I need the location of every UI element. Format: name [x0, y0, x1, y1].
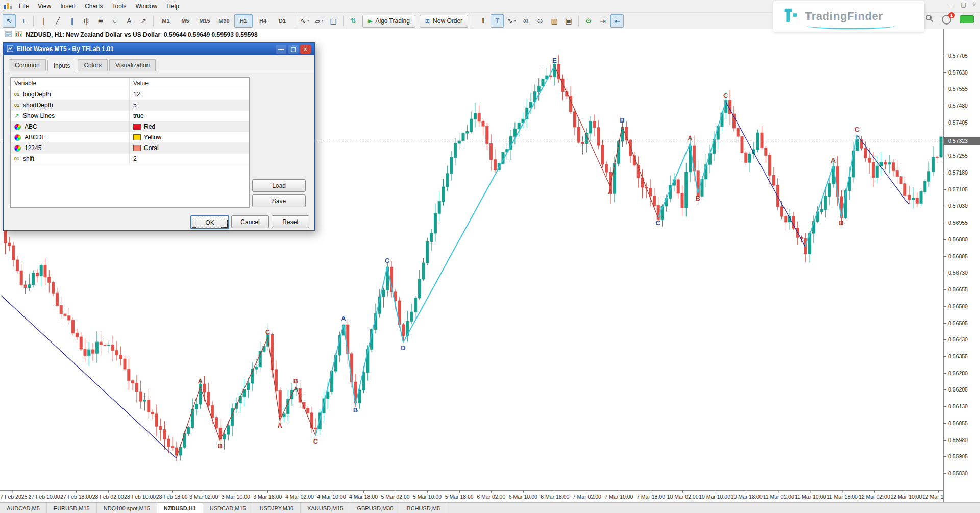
toolbar-right-icons: 1	[925, 14, 974, 25]
cursor-tool[interactable]: ↖	[3, 14, 16, 28]
dialog-tab-visualization[interactable]: Visualization	[109, 59, 156, 71]
ok-button[interactable]: OK	[190, 215, 229, 229]
settings-button[interactable]: ⚙	[582, 14, 595, 28]
step-forward-button[interactable]: ⇥	[596, 14, 609, 28]
table-row[interactable]: 12345Coral	[11, 143, 249, 154]
algo-trading-button[interactable]: ▶Algo Trading	[362, 15, 415, 28]
timeframe-d1[interactable]: D1	[273, 14, 291, 28]
chart-list-icon	[5, 31, 12, 38]
menu-insert[interactable]: Insert	[56, 1, 80, 11]
value-cell[interactable]: Red	[130, 123, 249, 130]
dialog-icon	[7, 45, 13, 53]
menu-tools[interactable]: Tools	[108, 1, 131, 11]
zoom-in-button[interactable]: ⊕	[519, 14, 532, 28]
cancel-button[interactable]: Cancel	[231, 215, 269, 228]
line-chart-button[interactable]: ∿▾	[505, 14, 518, 28]
grid-button[interactable]: ▦	[548, 14, 561, 28]
color-swatch	[133, 124, 141, 130]
search-icon[interactable]	[925, 14, 934, 25]
bid-price-badge: 0.57323	[944, 137, 980, 145]
timeframe-m1[interactable]: M1	[157, 14, 175, 28]
vertical-line-tool[interactable]: ∣	[37, 14, 50, 28]
symbol-tab-usdjpy-m30[interactable]: USDJPY,M30	[253, 503, 301, 513]
symbol-tab-nzdusd-h1[interactable]: NZDUSD,H1	[157, 503, 203, 513]
timeframe-h1[interactable]: H1	[234, 14, 253, 28]
menu-charts[interactable]: Charts	[80, 1, 107, 11]
crosshair-tool[interactable]: +	[17, 14, 30, 28]
candlestick-chart-button[interactable]: ⌶	[491, 14, 504, 28]
equidistant-channel-tool[interactable]: ∥	[65, 14, 79, 28]
dialog-tab-colors[interactable]: Colors	[78, 59, 108, 71]
value-cell[interactable]: 2	[130, 155, 249, 162]
time-axis[interactable]: 27 Feb 202527 Feb 10:0027 Feb 18:0028 Fe…	[0, 490, 943, 503]
elliot-waves-dialog[interactable]: Elliot Waves MT5 - By TFLab 1.01 — ▢ × C…	[3, 42, 315, 231]
notifications-icon[interactable]: 1	[942, 15, 951, 25]
dialog-minimize-button[interactable]: —	[276, 45, 286, 54]
variable-name: shortDepth	[23, 102, 53, 109]
table-row[interactable]: 01shift2	[11, 154, 249, 164]
value-cell[interactable]: true	[130, 112, 249, 119]
tick-chart-button[interactable]: ⇅	[347, 14, 360, 28]
fibonacci-retracement-tool[interactable]: ≣	[94, 14, 107, 28]
symbol-tab-bchusd-m5[interactable]: BCHUSD,M5	[400, 503, 447, 513]
auto-scroll-button[interactable]: ⇤	[610, 14, 624, 28]
dialog-tab-common[interactable]: Common	[9, 59, 46, 71]
timeframe-m30[interactable]: M30	[215, 14, 233, 28]
templates-combo[interactable]: ▱▾	[312, 14, 326, 28]
wave-label-a: A	[608, 188, 613, 196]
time-tick: 4 Mar 18:00	[349, 494, 378, 500]
price-tick: 0.56880	[948, 236, 968, 242]
window-minimize-button[interactable]: —	[948, 1, 954, 8]
symbol-tab-gbpusd-m30[interactable]: GBPUSD,M30	[350, 503, 400, 513]
variable-name: ABC	[24, 123, 37, 130]
timeframe-m15[interactable]: M15	[195, 14, 214, 28]
dialog-maximize-button[interactable]: ▢	[288, 45, 299, 54]
timeframe-h4[interactable]: H4	[254, 14, 272, 28]
trendline-tool[interactable]: ╱	[51, 14, 64, 28]
symbol-tab-usdcad-m15[interactable]: USDCAD,M15	[203, 503, 253, 513]
andrews-pitchfork-tool[interactable]: ψ	[80, 14, 93, 28]
arrows-tool[interactable]: ↗	[137, 14, 150, 28]
dialog-close-button[interactable]: ×	[300, 45, 311, 54]
profiles-folder-button[interactable]: ▤	[327, 14, 340, 28]
bar-chart-button[interactable]: ‖	[476, 14, 489, 28]
zoom-out-button[interactable]: ⊖	[533, 14, 547, 28]
screenshot-button[interactable]: ▣	[562, 14, 575, 28]
reset-button[interactable]: Reset	[272, 215, 309, 228]
symbol-tab-xauusd-m15[interactable]: XAUUSD,M15	[301, 503, 350, 513]
table-row[interactable]: ABCDEYellow	[11, 132, 249, 143]
timeframe-m5[interactable]: M5	[176, 14, 194, 28]
save-button[interactable]: Save	[252, 194, 306, 207]
window-close-button[interactable]: ×	[972, 1, 976, 8]
text-tool[interactable]: A	[122, 14, 136, 28]
table-row[interactable]: 01longDepth12	[11, 89, 249, 100]
load-button[interactable]: Load	[252, 179, 306, 192]
menu-window[interactable]: Window	[131, 1, 162, 11]
inputs-table[interactable]: VariableValue01longDepth1201shortDepth5↗…	[10, 77, 250, 208]
symbol-tab-eurusd-m15[interactable]: EURUSD,M15	[47, 503, 97, 513]
table-row[interactable]: 01shortDepth5	[11, 100, 249, 111]
value-cell[interactable]: Coral	[130, 144, 249, 152]
table-row[interactable]: ABCRed	[11, 121, 249, 132]
table-row[interactable]: ↗Show Linestrue	[11, 111, 249, 121]
dialog-title-bar[interactable]: Elliot Waves MT5 - By TFLab 1.01 — ▢ ×	[4, 43, 314, 55]
price-axis[interactable]: 0.577050.576300.575550.574800.574050.573…	[943, 29, 980, 502]
toolbar-separator	[33, 16, 34, 26]
price-tick: 0.57405	[948, 119, 968, 126]
time-tick: 7 Mar 02:00	[573, 494, 601, 500]
indicators-combo[interactable]: ∿▾	[298, 14, 311, 28]
shapes-tool[interactable]: ○	[108, 14, 121, 28]
variable-cell: ↗Show Lines	[11, 111, 130, 121]
value-cell[interactable]: Yellow	[130, 134, 249, 141]
window-maximize-button[interactable]: ▢	[961, 1, 966, 8]
new-order-button[interactable]: ⊞New Order	[420, 15, 468, 28]
value-cell[interactable]: 5	[130, 102, 249, 109]
price-tick: 0.55830	[948, 470, 968, 476]
menu-view[interactable]: View	[33, 1, 56, 11]
dialog-tab-inputs[interactable]: Inputs	[47, 60, 77, 71]
menu-file[interactable]: File	[14, 1, 33, 11]
menu-help[interactable]: Help	[162, 1, 184, 11]
symbol-tab-audcad-m5[interactable]: AUDCAD,M5	[0, 503, 47, 513]
symbol-tab-ndq100-spot-m15[interactable]: NDQ100.spot,M15	[97, 503, 157, 513]
value-cell[interactable]: 12	[130, 91, 249, 98]
